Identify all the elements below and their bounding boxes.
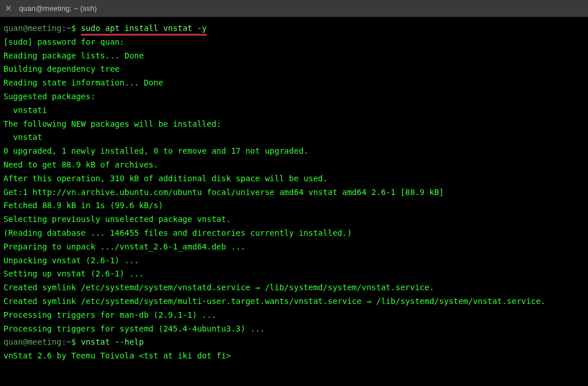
prompt-colon: : — [61, 24, 66, 33]
prompt-line-1: quan@meeting:~$ sudo apt install vnstat … — [3, 24, 207, 36]
output-line: vnstat — [3, 132, 42, 142]
command-2: vnstat --help — [81, 337, 144, 346]
tab-title: quan@meeting: ~ (ssh) — [19, 4, 97, 13]
output-line: Fetched 88.9 kB in 1s (99.6 kB/s) — [3, 201, 163, 210]
close-tab-icon[interactable]: ✕ — [5, 3, 12, 14]
prompt-path: ~ — [67, 24, 71, 33]
prompt-user: quan@meeting — [3, 24, 61, 33]
terminal[interactable]: quan@meeting:~$ sudo apt install vnstat … — [0, 17, 588, 386]
output-line: Setting up vnstat (2.6-1) ... — [3, 269, 144, 278]
output-line: Reading package lists... Done — [3, 51, 144, 60]
output-line: 0 upgraded, 1 newly installed, 0 to remo… — [3, 146, 308, 155]
output-line: Created symlink /etc/systemd/system/mult… — [3, 297, 546, 306]
prompt-line-2: quan@meeting:~$ vnstat --help — [3, 337, 144, 346]
command-1: sudo apt install vnstat -y — [81, 24, 207, 36]
output-line: Building dependency tree — [3, 64, 119, 73]
output-line: Selecting previously unselected package … — [3, 215, 231, 224]
output-line: Processing triggers for systemd (245.4-4… — [3, 324, 265, 333]
output-line: Unpacking vnstat (2.6-1) ... — [3, 256, 139, 265]
output-line: Preparing to unpack .../vnstat_2.6-1_amd… — [3, 242, 245, 251]
output-line: Need to get 88.9 kB of archives. — [3, 160, 158, 169]
prompt-path: ~ — [67, 337, 71, 346]
output-line: The following NEW packages will be insta… — [3, 119, 221, 128]
tab-bar: ✕ quan@meeting: ~ (ssh) — [0, 0, 588, 17]
output-line: [sudo] password for quan: — [3, 37, 125, 46]
output-last-line: vnStat 2.6 by Teemu Toivola <tst at iki … — [3, 351, 231, 360]
output-line: (Reading database ... 146455 files and d… — [3, 228, 352, 237]
output-line: Get:1 http://vn.archive.ubuntu.com/ubunt… — [3, 188, 444, 197]
output-line: Created symlink /etc/systemd/system/vnst… — [3, 283, 434, 292]
output-line: vnstati — [3, 106, 47, 115]
prompt-dollar: $ — [71, 24, 81, 33]
output-line: After this operation, 310 kB of addition… — [3, 174, 328, 183]
prompt-user: quan@meeting — [3, 337, 61, 346]
prompt-colon: : — [61, 337, 66, 346]
prompt-dollar: $ — [71, 337, 81, 346]
output-line: Reading state information... Done — [3, 78, 163, 87]
output-line: Suggested packages: — [3, 92, 95, 101]
output-line: Processing triggers for man-db (2.9.1-1)… — [3, 310, 216, 319]
